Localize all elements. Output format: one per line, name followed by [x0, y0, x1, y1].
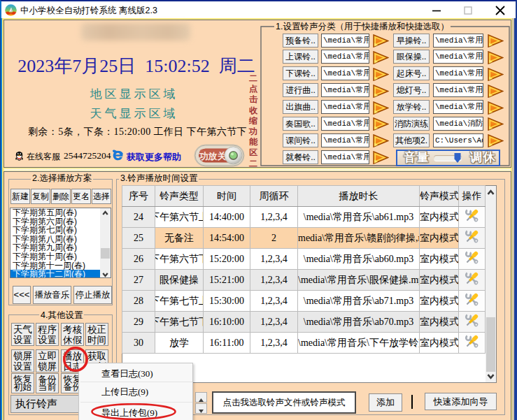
svg-text:功放关: 功放关 [199, 151, 227, 161]
